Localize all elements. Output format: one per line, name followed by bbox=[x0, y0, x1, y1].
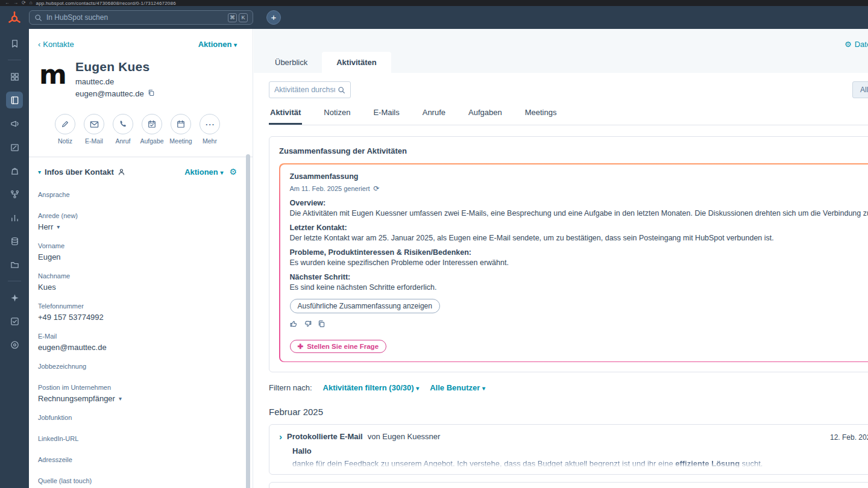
browser-reload-icon[interactable]: ⟳ bbox=[22, 1, 26, 5]
field-quelle: Quelle (last touch) bbox=[38, 477, 237, 484]
email-icon bbox=[90, 120, 99, 129]
field-position: Postion im Unternehmen Rechnungsempfänge… bbox=[38, 384, 237, 403]
activities-search-input[interactable] bbox=[274, 86, 335, 94]
panel-scrollbar[interactable] bbox=[246, 154, 250, 488]
tab-ueberblick[interactable]: Überblick bbox=[260, 52, 322, 73]
customize-record-link[interactable]: ⚙ Datensatz anpassen bbox=[844, 40, 868, 49]
meeting-button[interactable]: Meeting bbox=[171, 114, 191, 145]
field-email-value[interactable]: eugen@mauttec.de bbox=[38, 342, 237, 352]
address-bar[interactable]: app.hubspot.com/contacts/47306808/record… bbox=[36, 1, 176, 6]
chevron-down-icon: ▾ bbox=[119, 395, 122, 402]
help-icon[interactable] bbox=[6, 336, 23, 353]
call-button[interactable]: Anruf bbox=[113, 114, 133, 145]
record-main: ⚙ Datensatz anpassen Überblick Aktivität… bbox=[254, 29, 868, 488]
activity-filter-dropdown[interactable]: Aktivitäten filtern (30/30) ▾ bbox=[323, 383, 420, 392]
chevron-down-icon: ▾ bbox=[416, 385, 419, 392]
field-telefonnummer-value[interactable]: +49 157 53774992 bbox=[38, 312, 237, 322]
field-vorname-value[interactable]: Eugen bbox=[38, 252, 237, 261]
browser-home-icon[interactable]: ⌂ bbox=[30, 1, 33, 5]
avatar: m bbox=[38, 60, 68, 90]
field-jobfunktion: Jobfunktion bbox=[38, 414, 237, 421]
filter-row: Filtern nach: Aktivitäten filtern (30/30… bbox=[269, 383, 868, 392]
automation-icon[interactable] bbox=[6, 186, 23, 202]
subtab-meetings[interactable]: Meetings bbox=[524, 108, 558, 125]
user-filter-dropdown[interactable]: Alle Benutzer ▾ bbox=[430, 383, 485, 392]
contact-info-section-header: ▾ Infos über Kontakt Aktionen ▾ ⚙ bbox=[38, 167, 237, 177]
ai-sparkle-icon[interactable] bbox=[6, 289, 23, 306]
subtab-emails[interactable]: E-Mails bbox=[372, 108, 400, 125]
rail-divider bbox=[8, 60, 21, 60]
content-icon[interactable] bbox=[6, 139, 23, 155]
activity-author: von Eugen Kuessner bbox=[368, 432, 441, 441]
back-to-contacts-link[interactable]: ‹ Kontakte bbox=[38, 40, 74, 49]
subtab-aufgaben[interactable]: Aufgaben bbox=[467, 108, 503, 125]
copy-icon[interactable] bbox=[318, 319, 326, 330]
thumbs-down-icon[interactable] bbox=[304, 319, 312, 330]
app-header: ⌘ K + bbox=[0, 6, 868, 29]
activity-item-call[interactable]: › Protokollierter Anruf von Eugen Kuessn… bbox=[269, 482, 868, 488]
gear-icon[interactable]: ⚙ bbox=[229, 167, 237, 177]
summary-section-probleme: Probleme, Produktinteressen & Risiken/Be… bbox=[290, 248, 868, 267]
subtab-notizen[interactable]: Notizen bbox=[322, 108, 351, 125]
bookmarks-icon[interactable] bbox=[6, 35, 23, 52]
ai-generated-row: Am 11. Feb. 2025 generiert ⟳ bbox=[290, 184, 868, 193]
tasks-icon[interactable] bbox=[6, 313, 23, 330]
commerce-icon[interactable] bbox=[6, 162, 23, 179]
note-button[interactable]: Notiz bbox=[55, 114, 75, 145]
reporting-icon[interactable] bbox=[6, 209, 23, 226]
crm-icon[interactable] bbox=[6, 92, 23, 108]
field-ansprache: Ansprache bbox=[38, 191, 237, 198]
email-button[interactable]: E-Mail bbox=[84, 114, 104, 145]
activity-subject: Hallo bbox=[292, 446, 868, 455]
chevron-down-icon: ▾ bbox=[234, 42, 237, 48]
global-search[interactable]: ⌘ K bbox=[29, 10, 253, 25]
contact-panel: ‹ Kontakte Aktionen ▾ m Eugen Kues mautt… bbox=[29, 29, 253, 488]
cmd-keycap: ⌘ bbox=[228, 13, 237, 22]
activity-subtabs: Aktivität Notizen E-Mails Anrufe Aufgabe… bbox=[269, 108, 868, 125]
task-icon bbox=[148, 120, 156, 128]
regenerate-icon[interactable]: ⟳ bbox=[374, 184, 380, 193]
browser-back-icon[interactable]: ← bbox=[5, 1, 10, 5]
browser-forward-icon[interactable]: → bbox=[13, 1, 18, 5]
chevron-left-icon: ‹ bbox=[38, 40, 40, 49]
copy-icon[interactable] bbox=[148, 89, 155, 98]
person-icon bbox=[118, 168, 125, 176]
activity-item-email[interactable]: › Protokollierte E-Mail von Eugen Kuessn… bbox=[269, 424, 868, 475]
task-button[interactable]: Aufgabe bbox=[142, 114, 162, 145]
search-icon bbox=[338, 86, 345, 94]
field-nachname-value[interactable]: Kues bbox=[38, 282, 237, 292]
activities-search[interactable] bbox=[269, 81, 351, 98]
library-icon[interactable] bbox=[6, 256, 23, 273]
plus-icon: ✚ bbox=[298, 342, 304, 351]
marketing-icon[interactable] bbox=[6, 115, 23, 132]
field-vorname: Vorname Eugen bbox=[38, 242, 237, 261]
month-heading: Februar 2025 bbox=[269, 407, 868, 417]
ai-summary-title: Zusammenfassung bbox=[290, 172, 868, 181]
gear-icon: ⚙ bbox=[844, 40, 852, 49]
calendar-icon bbox=[177, 120, 185, 128]
data-icon[interactable] bbox=[6, 233, 23, 249]
tab-aktivitaeten[interactable]: Aktivitäten bbox=[322, 52, 391, 73]
detailed-summary-button[interactable]: Ausführliche Zusammenfassung anzeigen bbox=[290, 299, 440, 313]
workspaces-icon[interactable] bbox=[6, 68, 23, 85]
hubspot-logo[interactable] bbox=[0, 11, 29, 24]
activity-preview: danke für dein Feedback zu unserem Angeb… bbox=[292, 459, 868, 468]
field-anrede-value[interactable]: Herr ▾ bbox=[38, 222, 237, 231]
subtab-anrufe[interactable]: Anrufe bbox=[421, 108, 447, 125]
collapse-section-icon[interactable]: ▾ bbox=[38, 169, 41, 175]
thumbs-up-icon[interactable] bbox=[290, 319, 298, 330]
more-button[interactable]: ⋯ Mehr bbox=[200, 114, 220, 145]
global-search-input[interactable] bbox=[46, 13, 224, 22]
create-button[interactable]: + bbox=[266, 10, 281, 25]
field-position-value[interactable]: Rechnungsempfänger ▾ bbox=[38, 393, 237, 403]
expand-chevron-icon[interactable]: › bbox=[279, 433, 282, 441]
contact-identity: m Eugen Kues mauttec.de eugen@mauttec.de bbox=[38, 60, 237, 98]
quick-actions: Notiz E-Mail Anruf Aufgabe Meeting ⋯ Meh… bbox=[38, 114, 237, 145]
subtab-aktivitaet[interactable]: Aktivität bbox=[269, 108, 302, 125]
collapse-all-button[interactable]: Alle einklappen bbox=[852, 81, 868, 98]
ask-question-button[interactable]: ✚ Stellen Sie eine Frage bbox=[290, 340, 387, 353]
contact-actions-dropdown[interactable]: Aktionen ▾ bbox=[198, 40, 237, 49]
field-linkedin: LinkedIn-URL bbox=[38, 435, 237, 442]
contact-fields: Ansprache Anrede (new) Herr ▾ Vorname Eu… bbox=[38, 191, 237, 484]
section-actions-dropdown[interactable]: Aktionen ▾ bbox=[184, 167, 223, 177]
